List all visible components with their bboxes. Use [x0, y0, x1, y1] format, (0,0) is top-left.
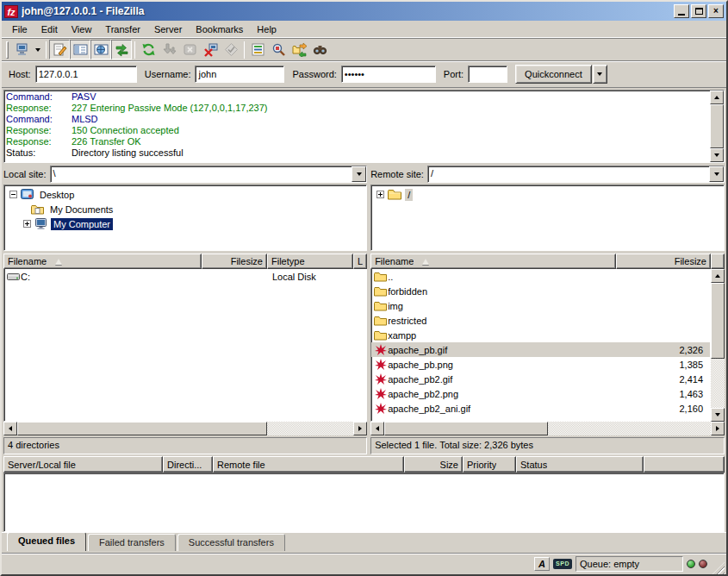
tree-item-root[interactable]: / — [375, 187, 724, 202]
column-header-priority[interactable]: Priority — [463, 456, 516, 473]
host-label: Host: — [9, 69, 31, 79]
column-header-filetype[interactable]: Filetype — [267, 254, 353, 269]
menu-server[interactable]: Server — [147, 22, 189, 36]
close-button[interactable]: × — [708, 4, 724, 18]
column-header-filesize[interactable]: Filesize — [616, 254, 711, 269]
column-header-filename[interactable]: Filename — [370, 254, 616, 269]
local-site-combobox[interactable]: \ — [50, 166, 368, 183]
expand-icon[interactable] — [376, 191, 384, 198]
tab-successful-transfers[interactable]: Successful transfers — [177, 534, 285, 551]
transfer-type-indicator[interactable]: A — [534, 557, 550, 571]
directory-comparison-button[interactable] — [268, 40, 289, 59]
toggle-transfer-queue-button[interactable] — [111, 40, 132, 59]
binoculars-icon — [313, 42, 327, 57]
column-header-remote-file[interactable]: Remote file — [213, 456, 404, 473]
scroll-right-button[interactable] — [353, 422, 367, 435]
toggle-remote-tree-button[interactable] — [90, 40, 111, 59]
arrow-up-icon — [714, 96, 719, 99]
speed-limits-indicator[interactable]: SPD — [553, 559, 572, 569]
send-activity-led — [699, 560, 707, 568]
filezilla-logo-icon: fz — [4, 5, 18, 18]
disconnect-button[interactable] — [200, 40, 221, 59]
menu-view[interactable]: View — [65, 22, 99, 36]
toolbar-grip[interactable] — [6, 41, 9, 59]
toggle-message-log-button[interactable] — [49, 40, 70, 59]
scrollbar-thumb[interactable] — [17, 422, 267, 435]
minimize-icon — [678, 14, 685, 16]
file-row[interactable]: img — [371, 298, 710, 313]
tree-item-desktop[interactable]: Desktop — [8, 187, 366, 202]
refresh-button[interactable] — [138, 40, 159, 59]
remote-vertical-scrollbar[interactable] — [711, 269, 725, 422]
maximize-button[interactable] — [691, 4, 706, 18]
scroll-up-button[interactable] — [710, 91, 724, 104]
scroll-down-button[interactable] — [711, 408, 725, 422]
file-row[interactable]: apache_pb2.gif2,414 — [371, 372, 710, 386]
port-label: Port: — [444, 69, 464, 79]
local-horizontal-scrollbar[interactable] — [3, 422, 367, 435]
file-row-c-drive[interactable]: C: Local Disk — [4, 269, 366, 284]
menu-bookmarks[interactable]: Bookmarks — [189, 22, 250, 36]
file-size: 2,326 — [625, 345, 710, 355]
file-row[interactable]: apache_pb2.png1,463 — [371, 386, 710, 401]
file-row[interactable]: xampp — [371, 328, 710, 342]
file-row[interactable]: apache_pb2_ani.gif2,160 — [371, 401, 710, 416]
file-row-selected[interactable]: apache_pb.gif2,326 — [371, 342, 710, 357]
combo-dropdown-button[interactable] — [352, 166, 366, 182]
quickconnect-button[interactable]: Quickconnect — [515, 65, 592, 84]
column-header-status[interactable]: Status — [516, 456, 644, 473]
column-header-server-local-file[interactable]: Server/Local file — [3, 456, 163, 473]
toggle-local-tree-button[interactable] — [70, 40, 90, 59]
quickconnect-dropdown-button[interactable] — [593, 65, 607, 84]
scroll-left-button[interactable] — [370, 422, 384, 435]
file-row[interactable]: .. — [371, 269, 710, 284]
recursive-operation-button[interactable] — [221, 40, 241, 59]
remote-horizontal-scrollbar[interactable] — [370, 422, 725, 435]
password-input[interactable] — [341, 66, 436, 83]
scrollbar-thumb[interactable] — [711, 283, 725, 359]
filter-button[interactable] — [247, 40, 268, 59]
column-header-direction[interactable]: Directi... — [163, 456, 213, 473]
tree-item-my-computer[interactable]: My Computer — [8, 216, 366, 231]
site-manager-dropdown-button[interactable] — [32, 40, 43, 59]
column-header-filesize[interactable]: Filesize — [202, 254, 267, 269]
synchronized-browsing-button[interactable] — [289, 40, 309, 59]
image-file-icon — [373, 359, 388, 371]
file-row[interactable]: forbidden — [371, 284, 710, 298]
menu-file[interactable]: File — [5, 22, 34, 36]
resize-grip[interactable] — [712, 562, 725, 574]
file-row[interactable]: restricted — [371, 313, 710, 328]
collapse-icon[interactable] — [9, 191, 17, 198]
scroll-up-button[interactable] — [711, 269, 725, 283]
port-input[interactable] — [468, 66, 507, 83]
scroll-right-button[interactable] — [711, 422, 725, 435]
queue-list[interactable] — [3, 473, 725, 532]
process-queue-button[interactable] — [159, 40, 179, 59]
expand-icon[interactable] — [23, 220, 31, 228]
file-row[interactable]: apache_pb.png1,385 — [371, 357, 710, 372]
log-scrollbar[interactable] — [710, 91, 724, 162]
tree-item-my-documents[interactable]: My Documents — [8, 202, 366, 216]
minimize-button[interactable] — [674, 4, 689, 18]
local-site-value: \ — [51, 166, 352, 182]
host-input[interactable] — [35, 66, 137, 83]
menu-transfer[interactable]: Transfer — [98, 22, 147, 36]
column-header-size[interactable]: Size — [404, 456, 463, 473]
site-manager-button[interactable] — [11, 40, 32, 59]
local-treeview-icon — [73, 42, 88, 57]
tab-failed-transfers[interactable]: Failed transfers — [88, 534, 176, 551]
scroll-down-button[interactable] — [710, 148, 724, 162]
column-header-last-modified[interactable]: L — [353, 254, 367, 269]
remote-site-combobox[interactable]: / — [427, 166, 725, 183]
scrollbar-thumb[interactable] — [384, 422, 548, 435]
find-files-button[interactable] — [309, 40, 330, 59]
username-input[interactable] — [195, 66, 284, 83]
scroll-left-button[interactable] — [3, 422, 17, 435]
column-header-filename[interactable]: Filename — [3, 254, 202, 269]
cancel-operation-button[interactable] — [179, 40, 200, 59]
menu-edit[interactable]: Edit — [34, 22, 65, 36]
combo-dropdown-button[interactable] — [709, 166, 724, 182]
tab-queued-files[interactable]: Queued files — [7, 532, 86, 551]
menu-help[interactable]: Help — [250, 22, 283, 36]
scrollbar-thumb[interactable] — [710, 104, 724, 148]
